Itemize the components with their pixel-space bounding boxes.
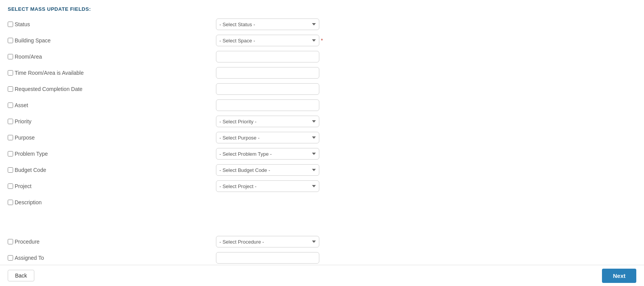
label-col-room-area: Room/Area [8, 54, 216, 60]
input-col-project: - Select Project - [216, 180, 319, 192]
input-col-priority: - Select Priority - [216, 116, 319, 127]
row-room-area: Room/Area [8, 50, 636, 63]
input-col-problem-type: - Select Problem Type - [216, 148, 319, 160]
row-assigned-to: Assigned To [8, 252, 636, 264]
input-requested-completion[interactable] [216, 83, 319, 95]
checkbox-problem-type[interactable] [8, 151, 13, 156]
section-title: SELECT MASS UPDATE FIELDS: [8, 6, 636, 12]
input-col-room-area [216, 51, 319, 62]
label-col-priority: Priority [8, 118, 216, 124]
label-col-time-room: Time Room/Area is Available [8, 70, 216, 76]
input-col-assigned-to [216, 252, 319, 264]
checkbox-building-space[interactable] [8, 38, 13, 43]
footer: Back Next [0, 265, 644, 286]
row-project: Project - Select Project - [8, 180, 636, 192]
required-star-building-space: * [321, 37, 323, 44]
label-room-area: Room/Area [15, 54, 42, 60]
checkbox-status[interactable] [8, 22, 13, 27]
select-project[interactable]: - Select Project - [216, 180, 319, 192]
input-col-time-room [216, 67, 319, 79]
label-col-asset: Asset [8, 102, 216, 108]
input-room-area[interactable] [216, 51, 319, 62]
label-requested-completion: Requested Completion Date [15, 86, 83, 92]
label-col-status: Status [8, 21, 216, 27]
back-button[interactable]: Back [8, 270, 34, 281]
select-purpose[interactable]: - Select Purpose - [216, 132, 319, 143]
label-col-problem-type: Problem Type [8, 151, 216, 157]
checkbox-asset[interactable] [8, 103, 13, 108]
label-col-budget-code: Budget Code [8, 167, 216, 173]
input-col-status: - Select Status - [216, 19, 319, 30]
row-asset: Asset [8, 99, 636, 111]
checkbox-procedure[interactable] [8, 239, 13, 244]
input-col-building-space: - Select Space - * [216, 35, 323, 46]
row-time-room: Time Room/Area is Available [8, 67, 636, 79]
label-col-building-space: Building Space [8, 37, 216, 44]
label-col-purpose: Purpose [8, 135, 216, 141]
input-col-procedure: - Select Procedure - [216, 236, 319, 247]
row-status: Status - Select Status - [8, 18, 636, 30]
row-requested-completion: Requested Completion Date [8, 83, 636, 95]
checkbox-requested-completion[interactable] [8, 86, 13, 92]
label-project: Project [15, 183, 32, 189]
select-building-space[interactable]: - Select Space - [216, 35, 319, 46]
label-col-procedure: Procedure [8, 239, 216, 245]
label-description: Description [15, 199, 42, 205]
next-button[interactable]: Next [602, 269, 636, 283]
input-assigned-to[interactable] [216, 252, 319, 264]
checkbox-priority[interactable] [8, 119, 13, 124]
select-procedure[interactable]: - Select Procedure - [216, 236, 319, 247]
label-purpose: Purpose [15, 135, 35, 141]
label-status: Status [15, 21, 30, 27]
checkbox-description[interactable] [8, 200, 13, 205]
label-problem-type: Problem Type [15, 151, 48, 157]
input-col-budget-code: - Select Budget Code - [216, 164, 319, 176]
row-priority: Priority - Select Priority - [8, 115, 636, 128]
label-col-requested-completion: Requested Completion Date [8, 86, 216, 92]
input-asset[interactable] [216, 99, 319, 111]
select-priority[interactable]: - Select Priority - [216, 116, 319, 127]
row-purpose: Purpose - Select Purpose - [8, 131, 636, 144]
checkbox-project[interactable] [8, 183, 13, 189]
input-col-asset [216, 99, 319, 111]
checkbox-assigned-to[interactable] [8, 255, 13, 261]
row-description: Description [8, 196, 636, 209]
label-budget-code: Budget Code [15, 167, 46, 173]
label-col-project: Project [8, 183, 216, 189]
input-time-room[interactable] [216, 67, 319, 79]
input-col-purpose: - Select Purpose - [216, 132, 319, 143]
checkbox-budget-code[interactable] [8, 167, 13, 173]
label-col-assigned-to: Assigned To [8, 255, 216, 261]
label-assigned-to: Assigned To [15, 255, 44, 261]
select-status[interactable]: - Select Status - [216, 19, 319, 30]
row-procedure: Procedure - Select Procedure - [8, 236, 636, 248]
checkbox-room-area[interactable] [8, 54, 13, 59]
checkbox-time-room[interactable] [8, 70, 13, 76]
label-procedure: Procedure [15, 239, 40, 245]
label-building-space: Building Space [15, 37, 51, 44]
select-budget-code[interactable]: - Select Budget Code - [216, 164, 319, 176]
label-asset: Asset [15, 102, 28, 108]
label-col-description: Description [8, 199, 216, 205]
input-col-requested-completion [216, 83, 319, 95]
row-problem-type: Problem Type - Select Problem Type - [8, 148, 636, 160]
row-building-space: Building Space - Select Space - * [8, 34, 636, 47]
select-problem-type[interactable]: - Select Problem Type - [216, 148, 319, 160]
checkbox-purpose[interactable] [8, 135, 13, 140]
label-priority: Priority [15, 118, 32, 124]
row-budget-code: Budget Code - Select Budget Code - [8, 164, 636, 176]
page-container: SELECT MASS UPDATE FIELDS: Status - Sele… [0, 0, 644, 286]
label-time-room: Time Room/Area is Available [15, 70, 84, 76]
